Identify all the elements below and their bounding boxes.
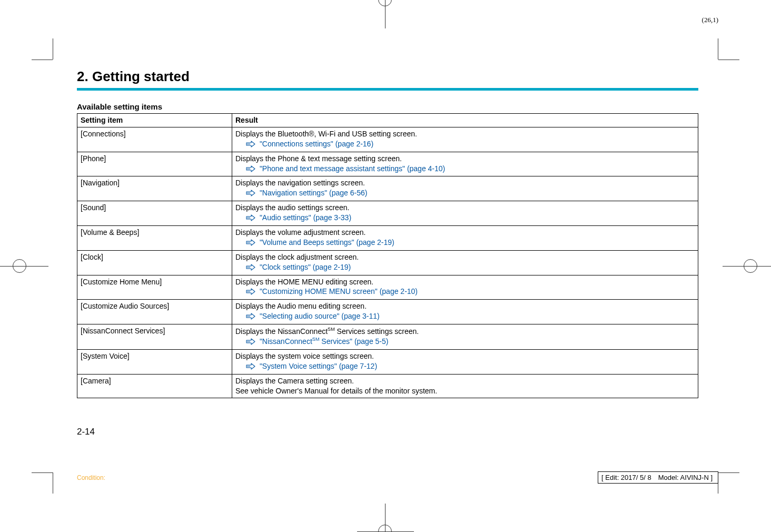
crop-mark bbox=[32, 60, 53, 60]
setting-item-cell: [Camera] bbox=[77, 375, 232, 398]
table-row: [Sound]Displays the audio settings scree… bbox=[77, 201, 698, 226]
hand-pointer-icon bbox=[246, 214, 256, 224]
hand-pointer-icon bbox=[246, 362, 256, 372]
table-row: [NissanConnect Services]Displays the Nis… bbox=[77, 324, 698, 350]
table-row: [Volume & Beeps]Displays the volume adju… bbox=[77, 226, 698, 251]
table-header-item: Setting item bbox=[77, 114, 232, 127]
hand-pointer-icon bbox=[246, 165, 256, 175]
setting-item-cell: [Phone] bbox=[77, 152, 232, 176]
setting-item-cell: [Clock] bbox=[77, 250, 232, 275]
hand-pointer-icon bbox=[246, 189, 256, 199]
table-row: [Clock]Displays the clock adjustment scr… bbox=[77, 250, 698, 275]
hand-pointer-icon bbox=[246, 239, 256, 249]
reg-mark-top bbox=[378, 0, 393, 7]
cross-ref-link: "Connections settings" (page 2-16) bbox=[260, 140, 373, 148]
hand-pointer-icon bbox=[246, 338, 256, 348]
setting-item-cell: [Connections] bbox=[77, 127, 232, 152]
table-row: [Customize Audio Sources]Displays the Au… bbox=[77, 300, 698, 324]
cross-ref-link: "Selecting audio source" (page 3-11) bbox=[260, 312, 380, 320]
section-subtitle: Available setting items bbox=[77, 102, 698, 111]
cross-ref-link: "Clock settings" (page 2-19) bbox=[260, 263, 351, 271]
edit-info-box: [ Edit: 2017/ 5/ 8 Model: AIVINJ-N ] bbox=[598, 471, 718, 484]
setting-item-cell: [NissanConnect Services] bbox=[77, 324, 232, 350]
reg-mark-right bbox=[744, 259, 758, 274]
page-coord: (26,1) bbox=[702, 16, 718, 24]
reg-mark-left bbox=[13, 259, 27, 274]
hand-pointer-icon bbox=[246, 288, 256, 298]
cross-ref-link: "Phone and text message assistant settin… bbox=[260, 164, 445, 173]
result-cell: Displays the HOME MENU editing screen. "… bbox=[232, 275, 698, 300]
crop-mark bbox=[53, 38, 53, 60]
chapter-title: 2. Getting started bbox=[77, 68, 698, 85]
result-cell: Displays the Phone & text message settin… bbox=[232, 152, 698, 176]
result-cell: Displays the Audio menu editing screen. … bbox=[232, 300, 698, 324]
cross-ref-link: "System Voice settings" (page 7-12) bbox=[260, 362, 377, 370]
result-cell: Displays the Camera setting screen.See v… bbox=[232, 375, 698, 398]
result-cell: Displays the system voice settings scree… bbox=[232, 350, 698, 375]
hand-pointer-icon bbox=[246, 140, 256, 150]
setting-item-cell: [Customize Audio Sources] bbox=[77, 300, 232, 324]
result-cell: Displays the clock adjustment screen. "C… bbox=[232, 250, 698, 275]
table-row: [System Voice]Displays the system voice … bbox=[77, 350, 698, 375]
table-row: [Connections]Displays the Bluetooth®, Wi… bbox=[77, 127, 698, 152]
result-cell: Displays the audio settings screen. "Aud… bbox=[232, 201, 698, 226]
table-row: [Camera]Displays the Camera setting scre… bbox=[77, 375, 698, 398]
result-cell: Displays the NissanConnectSM Services se… bbox=[232, 324, 698, 350]
reg-mark-bottom bbox=[378, 525, 393, 532]
cross-ref-link: "NissanConnectSM Services" (page 5-5) bbox=[260, 337, 389, 346]
crop-mark bbox=[718, 60, 739, 60]
setting-item-cell: [Volume & Beeps] bbox=[77, 226, 232, 251]
crop-mark bbox=[32, 472, 53, 473]
table-header-result: Result bbox=[232, 114, 698, 127]
cross-ref-link: "Customizing HOME MENU screen" (page 2-1… bbox=[260, 287, 418, 295]
table-row: [Customize Home Menu]Displays the HOME M… bbox=[77, 275, 698, 300]
crop-mark bbox=[718, 38, 718, 60]
setting-item-cell: [System Voice] bbox=[77, 350, 232, 375]
heading-rule bbox=[77, 88, 698, 91]
cross-ref-link: "Audio settings" (page 3-33) bbox=[260, 213, 351, 222]
table-row: [Phone]Displays the Phone & text message… bbox=[77, 152, 698, 176]
setting-item-cell: [Navigation] bbox=[77, 176, 232, 201]
cross-ref-link: "Navigation settings" (page 6-56) bbox=[260, 189, 368, 197]
crop-mark bbox=[53, 472, 53, 494]
setting-item-cell: [Sound] bbox=[77, 201, 232, 226]
crop-mark bbox=[718, 472, 739, 473]
cross-ref-link: "Volume and Beeps settings" (page 2-19) bbox=[260, 238, 394, 247]
result-cell: Displays the navigation settings screen.… bbox=[232, 176, 698, 201]
page-number: 2-14 bbox=[77, 427, 95, 437]
table-row: [Navigation]Displays the navigation sett… bbox=[77, 176, 698, 201]
setting-item-cell: [Customize Home Menu] bbox=[77, 275, 232, 300]
condition-label: Condition: bbox=[77, 474, 105, 481]
hand-pointer-icon bbox=[246, 263, 256, 273]
settings-table: Setting item Result [Connections]Display… bbox=[77, 113, 698, 398]
result-cell: Displays the volume adjustment screen. "… bbox=[232, 226, 698, 251]
hand-pointer-icon bbox=[246, 312, 256, 322]
result-cell: Displays the Bluetooth®, Wi-Fi and USB s… bbox=[232, 127, 698, 152]
